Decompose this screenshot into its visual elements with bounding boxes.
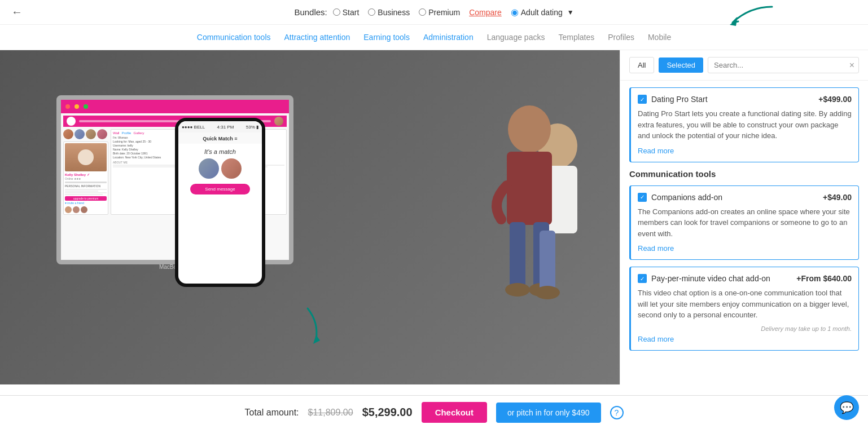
- dropdown-arrow-icon: ▼: [567, 8, 574, 16]
- bundles-label: Bundles:: [294, 7, 327, 17]
- bundle-start[interactable]: Start: [333, 8, 360, 17]
- svg-rect-9: [540, 231, 555, 293]
- phone-profile-male: [199, 158, 219, 179]
- phone-match-text: It's a match: [183, 148, 257, 155]
- video-chat-checkbox[interactable]: ✓: [638, 274, 647, 283]
- cat-language-packs[interactable]: Language packs: [487, 33, 545, 42]
- companions-desc: The Companions add-on creates an online …: [638, 206, 852, 240]
- communication-tools-section-title: Communication tools: [629, 169, 859, 179]
- svg-point-7: [505, 283, 530, 297]
- companions-header: ✓ Companions add-on +$49.00: [638, 193, 852, 202]
- video-chat-delivery-note: Delivery may take up to 1 month.: [638, 325, 852, 332]
- svg-rect-4: [507, 152, 552, 225]
- image-background: Kelly Shelley ✓ Online ★★★ PERSONAL INFO…: [0, 50, 620, 384]
- video-chat-price: +From $640.00: [796, 274, 852, 283]
- cat-attracting-attention[interactable]: Attracting attention: [284, 33, 350, 42]
- cat-administration[interactable]: Administration: [423, 33, 474, 42]
- phone-status-bar: ●●●● BELL 4:31 PM 53% ▮: [178, 121, 262, 132]
- search-input[interactable]: [708, 57, 859, 73]
- right-panel-header: All Selected ×: [620, 50, 868, 81]
- image-area: Kelly Shelley ✓ Online ★★★ PERSONAL INFO…: [0, 50, 620, 384]
- cat-mobile[interactable]: Mobile: [648, 33, 671, 42]
- dot-yellow-icon: [74, 104, 79, 109]
- product-card-video-chat: ✓ Pay-per-minute video chat add-on +From…: [629, 267, 859, 351]
- teal-arrow-decoration: [721, 2, 778, 30]
- bundle-premium[interactable]: Premium: [419, 8, 460, 17]
- video-chat-read-more[interactable]: Read more: [638, 335, 674, 343]
- tab-all-button[interactable]: All: [629, 57, 654, 73]
- svg-point-3: [508, 105, 551, 153]
- dating-pro-start-name: Dating Pro Start: [651, 95, 708, 104]
- phone-profile-female: [221, 158, 242, 179]
- video-chat-name: Pay-per-minute video chat add-on: [651, 274, 770, 283]
- couple-image: [456, 61, 603, 315]
- dating-pro-start-checkbox[interactable]: ✓: [638, 95, 647, 104]
- product-card-companions: ✓ Companions add-on +$49.00 The Companio…: [629, 185, 859, 260]
- bundle-options: Start Business Premium Compare ◉ Adult d…: [333, 7, 574, 17]
- dating-pro-start-price: +$499.00: [818, 95, 852, 104]
- product-card-dating-pro-start: ✓ Dating Pro Start +$499.00 Dating Pro S…: [629, 87, 859, 162]
- back-button[interactable]: ←: [11, 6, 23, 19]
- phone-app-title: Quick Match ≡: [178, 132, 262, 144]
- video-chat-desc: This video chat option is a one-on-one c…: [638, 288, 852, 321]
- phone-mockup: ●●●● BELL 4:31 PM 53% ▮ Quick Match ≡ It…: [175, 118, 265, 287]
- compare-link[interactable]: Compare: [469, 8, 502, 17]
- phone-screen: ●●●● BELL 4:31 PM 53% ▮ Quick Match ≡ It…: [178, 121, 262, 284]
- dating-pro-start-read-more[interactable]: Read more: [638, 147, 674, 155]
- product-dating-pro-start-header: ✓ Dating Pro Start +$499.00: [638, 95, 852, 104]
- tab-selected-button[interactable]: Selected: [659, 58, 703, 73]
- bundle-business-radio[interactable]: [368, 8, 375, 16]
- dot-red-icon: [65, 104, 70, 109]
- bundle-premium-radio[interactable]: [419, 8, 426, 16]
- search-clear-icon[interactable]: ×: [849, 60, 854, 70]
- cat-templates[interactable]: Templates: [558, 33, 594, 42]
- svg-rect-5: [510, 222, 525, 290]
- companions-read-more[interactable]: Read more: [638, 244, 674, 253]
- teal-arrow-bottom-decoration: [285, 306, 330, 351]
- bundle-business[interactable]: Business: [368, 8, 410, 17]
- svg-point-10: [535, 286, 560, 299]
- cat-profiles[interactable]: Profiles: [608, 33, 634, 42]
- dating-pro-start-desc: Dating Pro Start lets you create a funct…: [638, 108, 852, 141]
- phone-match-section: It's a match Send message: [178, 144, 262, 199]
- phone-profile-pics: [183, 158, 257, 179]
- companions-title-wrap: ✓ Companions add-on: [638, 193, 722, 202]
- main-layout: Kelly Shelley ✓ Online ★★★ PERSONAL INFO…: [0, 50, 868, 384]
- dot-green-icon: [84, 104, 88, 109]
- search-wrapper: ×: [708, 57, 859, 73]
- product-title-wrap: ✓ Dating Pro Start: [638, 95, 708, 104]
- phone-send-message-button[interactable]: Send message: [190, 184, 250, 194]
- bundle-start-radio[interactable]: [333, 8, 340, 16]
- video-chat-title-wrap: ✓ Pay-per-minute video chat add-on: [638, 274, 770, 283]
- svg-marker-11: [313, 335, 320, 344]
- companions-price: +$49.00: [823, 193, 852, 202]
- laptop-screen-header: [61, 100, 289, 113]
- top-nav: ← Bundles: Start Business Premium Compar…: [0, 0, 868, 25]
- cat-earning-tools[interactable]: Earning tools: [363, 33, 410, 42]
- bundle-adult[interactable]: ◉ Adult dating ▼: [511, 7, 574, 17]
- right-panel: All Selected × ✓ Dating Pro Start +$499.…: [620, 50, 868, 384]
- cat-communication-tools[interactable]: Communication tools: [197, 33, 271, 42]
- right-panel-items: ✓ Dating Pro Start +$499.00 Dating Pro S…: [620, 81, 868, 384]
- couple-svg: [456, 61, 603, 315]
- svg-marker-0: [730, 19, 737, 26]
- companions-checkbox[interactable]: ✓: [638, 193, 647, 202]
- video-chat-header: ✓ Pay-per-minute video chat add-on +From…: [638, 274, 852, 283]
- adult-check-icon: ◉: [511, 7, 519, 17]
- companions-name: Companions add-on: [651, 193, 722, 202]
